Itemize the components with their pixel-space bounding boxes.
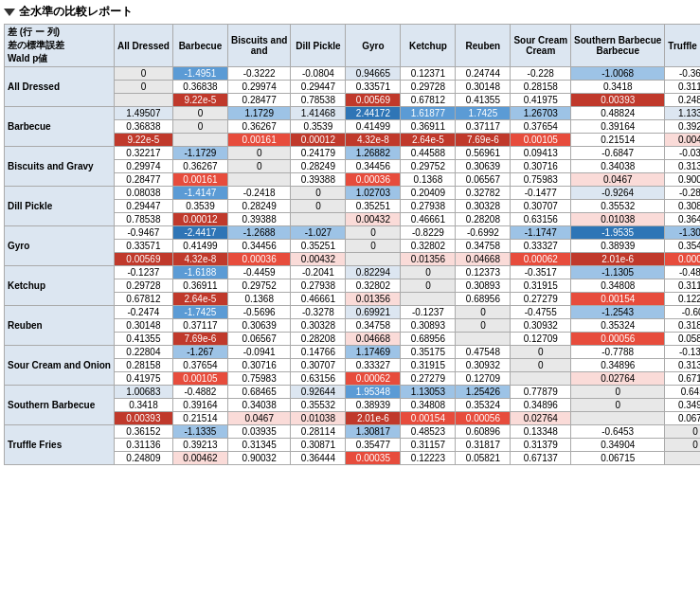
cell-8-2-7: 0.02764 <box>511 412 571 425</box>
cell-5-1-8: 0.34808 <box>571 279 665 293</box>
cell-7-1-4: 0.33327 <box>346 359 401 372</box>
cell-3-1-0: 0.29447 <box>114 200 172 213</box>
cell-2-2-8: 0.0467 <box>571 173 665 187</box>
cell-1-1-6: 0.37117 <box>456 120 511 134</box>
cell-1-1-2: 0.36267 <box>227 120 290 134</box>
cell-0-2-7: 0.41975 <box>511 94 571 107</box>
cell-5-2-4: 0.01356 <box>346 293 401 306</box>
cell-0-0-7: -0.228 <box>511 67 571 81</box>
cell-2-2-6: 0.06567 <box>456 173 511 187</box>
col-header-9: Truffle Fries <box>665 25 700 67</box>
cell-9-0-0: 0.36152 <box>114 425 172 439</box>
cell-4-0-8: -1.9535 <box>571 226 665 240</box>
cell-6-0-0: -0.2474 <box>114 306 172 319</box>
cell-6-2-2: 0.06567 <box>227 333 290 346</box>
cell-8-0-7: 0.77879 <box>511 386 571 399</box>
cell-4-0-2: -1.2688 <box>227 226 290 240</box>
cell-7-2-7 <box>511 372 571 386</box>
cell-4-1-3: 0.35251 <box>291 240 346 253</box>
cell-6-1-6: 0 <box>456 319 511 333</box>
cell-8-1-7: 0.34896 <box>511 399 571 412</box>
cell-4-0-6: -0.6992 <box>456 226 511 240</box>
collapse-icon[interactable] <box>4 9 15 16</box>
cell-7-0-1: -1.267 <box>172 346 227 359</box>
cell-3-0-6: 0.32782 <box>456 187 511 200</box>
cell-0-1-7: 0.28158 <box>511 81 571 94</box>
cell-1-1-8: 0.39164 <box>571 120 665 134</box>
cell-8-1-6: 0.35324 <box>456 399 511 412</box>
cell-7-0-8: -0.7788 <box>571 346 665 359</box>
cell-8-1-3: 0.35532 <box>291 399 346 412</box>
cell-8-0-1: -0.4882 <box>172 386 227 399</box>
cell-4-2-3: 0.00432 <box>291 253 346 266</box>
cell-5-1-1: 0.36911 <box>172 279 227 293</box>
cell-6-1-5: 0.30893 <box>401 319 456 333</box>
cell-0-2-6: 0.41355 <box>456 94 511 107</box>
cell-9-0-4: 1.30817 <box>346 425 401 439</box>
cell-6-0-7: -0.4755 <box>511 306 571 319</box>
cell-9-1-7: 0.31379 <box>511 439 571 452</box>
cell-8-2-0: 0.00393 <box>114 412 172 425</box>
cell-1-2-1 <box>172 134 227 147</box>
cell-7-1-6: 0.30932 <box>456 359 511 372</box>
cell-8-0-8: 0 <box>571 386 665 399</box>
cell-0-0-3: -0.0804 <box>291 67 346 81</box>
cell-9-2-3: 0.36444 <box>291 452 346 465</box>
cell-2-1-1: 0.36267 <box>172 160 227 173</box>
cell-3-0-1: -1.4147 <box>172 187 227 200</box>
cell-2-1-3: 0.28249 <box>291 160 346 173</box>
cell-2-0-6: 0.56961 <box>456 147 511 160</box>
cell-1-1-7: 0.37654 <box>511 120 571 134</box>
cell-5-0-8: -1.1305 <box>571 266 665 279</box>
cell-0-2-9: 0.24809 <box>665 94 700 107</box>
cell-3-2-3 <box>291 213 346 226</box>
cell-4-2-4 <box>346 253 401 266</box>
cell-0-2-2: 0.28477 <box>227 94 290 107</box>
cell-4-0-0: -0.9467 <box>114 226 172 240</box>
cell-3-1-3: 0 <box>291 200 346 213</box>
row-9-subrow-0: Truffle Fries0.36152-1.13350.039350.2811… <box>5 425 701 439</box>
cell-0-0-6: 0.24744 <box>456 67 511 81</box>
cell-5-2-8: 0.00154 <box>571 293 665 306</box>
cell-4-0-7: -1.1747 <box>511 226 571 240</box>
report-title: 全水準の比較レポート <box>4 4 696 20</box>
cell-1-2-0: 9.22e-5 <box>114 134 172 147</box>
cell-6-2-3: 0.28208 <box>291 333 346 346</box>
cell-2-2-1: 0.00161 <box>172 173 227 187</box>
cell-8-0-3: 0.92644 <box>291 386 346 399</box>
cell-1-1-9: 0.39213 <box>665 120 700 134</box>
cell-1-1-1: 0 <box>172 120 227 134</box>
cell-7-2-3: 0.63156 <box>291 372 346 386</box>
cell-2-1-5: 0.29752 <box>401 160 456 173</box>
cell-9-0-8: -0.6453 <box>571 425 665 439</box>
cell-5-0-5: 0 <box>401 266 456 279</box>
cell-0-1-0: 0 <box>114 81 172 94</box>
cell-3-1-7: 0.30707 <box>511 200 571 213</box>
cell-5-2-6: 0.68956 <box>456 293 511 306</box>
cell-9-1-4: 0.35477 <box>346 439 401 452</box>
cell-6-2-7: 0.12709 <box>511 333 571 346</box>
cell-2-0-5: 0.44588 <box>401 147 456 160</box>
cell-2-1-0: 0.29974 <box>114 160 172 173</box>
cell-8-1-2: 0.34038 <box>227 399 290 412</box>
cell-7-2-6: 0.12709 <box>456 372 511 386</box>
row-3-subrow-0: Dill Pickle0.08038-1.4147-0.241801.02703… <box>5 187 701 200</box>
cell-1-0-2: 1.1729 <box>227 107 290 120</box>
cell-9-0-1: -1.1335 <box>172 425 227 439</box>
row-label-1: Barbecue <box>5 107 115 147</box>
cell-9-2-4: 0.00035 <box>346 452 401 465</box>
cell-4-1-0: 0.33571 <box>114 240 172 253</box>
cell-8-2-2: 0.0467 <box>227 412 290 425</box>
cell-7-0-5: 0.35175 <box>401 346 456 359</box>
cell-0-0-0: 0 <box>114 67 172 81</box>
cell-5-1-9: 0.31157 <box>665 279 700 293</box>
cell-4-0-3: -1.027 <box>291 226 346 240</box>
cell-6-2-1: 7.69e-6 <box>172 333 227 346</box>
cell-6-2-0: 0.41355 <box>114 333 172 346</box>
cell-6-2-4: 0.04668 <box>346 333 401 346</box>
row-4-subrow-0: Gyro-0.9467-2.4417-1.2688-1.0270-0.8229-… <box>5 226 701 240</box>
cell-9-1-1: 0.39213 <box>172 439 227 452</box>
cell-8-0-9: 0.6453 <box>665 386 700 399</box>
cell-0-0-5: 0.12371 <box>401 67 456 81</box>
cell-2-0-7: 0.09413 <box>511 147 571 160</box>
